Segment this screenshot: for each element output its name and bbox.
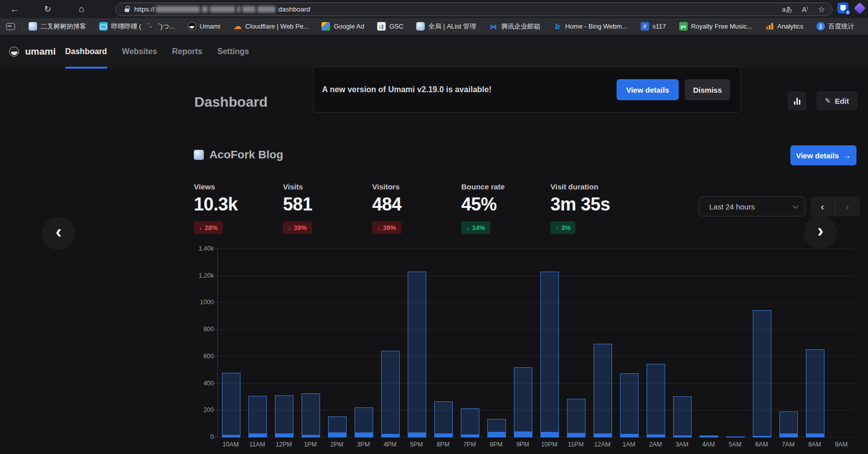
date-range-select[interactable]: Last 24 hours [699, 196, 805, 216]
bookmark-item[interactable]: 百度统计 [816, 22, 854, 31]
bookmark-item[interactable]: Umami [188, 22, 220, 31]
nav-item-websites[interactable]: Websites [122, 35, 157, 69]
chart-bar-visitors [355, 432, 373, 437]
chart-bar [540, 272, 559, 437]
baidu-tongji-icon [816, 22, 825, 31]
header-actions: Edit [787, 91, 857, 110]
carousel-left-button[interactable]: ‹ [42, 217, 75, 250]
translate-icon[interactable]: aあ [782, 5, 792, 14]
back-icon[interactable] [6, 2, 23, 16]
chart-bar-visitors [540, 432, 559, 437]
edit-button[interactable]: Edit [816, 91, 857, 110]
chart-slot [457, 249, 483, 437]
url-prefix: https:// [134, 6, 155, 13]
bookmark-item[interactable]: GSC [377, 22, 403, 31]
chart-bar [381, 351, 400, 437]
metric-value: 3m 35s [550, 194, 640, 215]
chart-slot [271, 249, 298, 437]
range-prev-button[interactable]: ‹ [810, 196, 835, 216]
y-tick-label: 1.40k [198, 245, 214, 252]
metric-change-badge: ↓39% [372, 221, 401, 234]
chart-bar [275, 395, 294, 437]
website-favicon [194, 150, 204, 160]
chart-bar [647, 364, 665, 437]
home-icon[interactable] [73, 2, 90, 16]
bookmarks-list: 二叉树树的博客哔哩哔哩 ( ゜- ゜)つ...UmamiCloudflare |… [29, 22, 854, 31]
chart-y-axis: 020040060080010001.20k1.40k [176, 249, 214, 437]
chart-slot [324, 249, 351, 437]
chart-bar [302, 393, 320, 437]
view-details-button[interactable]: View details [617, 79, 679, 100]
chart-slot [696, 249, 722, 437]
bookmark-item[interactable]: Home - Bing Webm... [553, 22, 627, 31]
x-tick-label: 9AM [828, 441, 854, 448]
metric-value: 581 [283, 194, 372, 215]
bookmark-label: Umami [200, 23, 220, 30]
bookmark-item[interactable]: 腾讯企业邮箱 [489, 22, 540, 31]
arrow-up-icon: ↑ [555, 224, 559, 232]
bookmark-item[interactable]: 二叉树树的博客 [29, 22, 86, 31]
range-pager: ‹ › [810, 196, 860, 216]
favorite-star-icon[interactable] [818, 5, 825, 14]
bookmark-item[interactable]: 全局 | AList 管理 [416, 22, 476, 31]
nav-item-dashboard[interactable]: Dashboard [65, 35, 107, 69]
chart-bar-visitors [222, 435, 240, 437]
range-next-button[interactable]: › [835, 196, 859, 216]
nav-item-settings[interactable]: Settings [217, 35, 249, 69]
chart-bar-visitors [302, 435, 320, 437]
bookmark-item[interactable]: 哔哩哔哩 ( ゜- ゜)つ... [99, 22, 175, 31]
x-tick-label: 4AM [695, 441, 722, 448]
tencent-mail-icon [489, 22, 497, 31]
y-tick [214, 276, 218, 276]
purple-extension-icon[interactable] [853, 2, 865, 14]
chart-slot [536, 249, 563, 437]
chart-bar-visitors [673, 435, 692, 437]
chart-bar [408, 272, 426, 437]
chart-bar-visitors [514, 431, 532, 437]
chart-view-button[interactable] [787, 91, 806, 110]
cloudflare-icon [233, 22, 242, 31]
website-link[interactable]: AcoFork Blog [194, 148, 283, 161]
metric-change-badge: ↑3% [550, 221, 575, 234]
metric-change-value: 28% [205, 224, 218, 232]
bookmark-item[interactable]: Royalty Free Music... [679, 22, 752, 31]
carousel-right-button[interactable]: › [804, 216, 837, 249]
refresh-icon[interactable] [39, 2, 56, 16]
chart-bar [487, 419, 506, 437]
address-bar[interactable]: https:// dashboard aあ A⁾ [115, 3, 832, 16]
bookmark-item[interactable]: Google Ad [322, 22, 364, 31]
x-tick-label: 2AM [642, 441, 669, 448]
read-aloud-icon[interactable]: A⁾ [802, 6, 808, 14]
y-tick [214, 249, 218, 249]
chart-slot [404, 249, 430, 437]
brand-link[interactable]: umami [9, 35, 56, 69]
bookmark-item[interactable]: Analytics [765, 22, 803, 31]
bookmark-item[interactable]: s117 [641, 22, 666, 31]
chart-bar-visitors [726, 436, 745, 437]
arrow-down-icon: ↓ [199, 224, 202, 232]
metric-label: Bounce rate [461, 182, 550, 191]
chart-bar-visitors [408, 432, 426, 437]
chart-bar [355, 407, 373, 437]
s117-icon [641, 22, 649, 31]
avatar-blue-icon [29, 22, 37, 31]
nav-item-reports[interactable]: Reports [172, 35, 202, 69]
sidebar-toggle-icon[interactable] [6, 23, 15, 30]
website-view-details-button[interactable]: View details → [790, 145, 856, 165]
y-tick [214, 437, 218, 437]
chart-slot [483, 249, 510, 437]
arrow-down-icon: ↓ [377, 224, 381, 232]
dismiss-button[interactable]: Dismiss [685, 79, 730, 100]
x-tick-label: 7AM [775, 441, 801, 448]
bookmark-label: GSC [389, 23, 403, 30]
metric-bounce-rate: Bounce rate45%↓14% [461, 182, 550, 234]
password-manager-extension-icon[interactable]: 1 [837, 3, 848, 14]
bookmark-label: Google Ad [334, 23, 364, 30]
extension-badge: 1 [844, 9, 851, 16]
x-tick-label: 5PM [403, 441, 430, 448]
chart-slot [669, 249, 696, 437]
bookmarks-bar: 二叉树树的博客哔哩哔哩 ( ゜- ゜)つ...UmamiCloudflare |… [0, 18, 868, 35]
y-tick [214, 383, 218, 384]
bookmark-item[interactable]: Cloudflare | Web Pe... [233, 22, 309, 31]
bookmark-label: 百度统计 [828, 22, 854, 31]
